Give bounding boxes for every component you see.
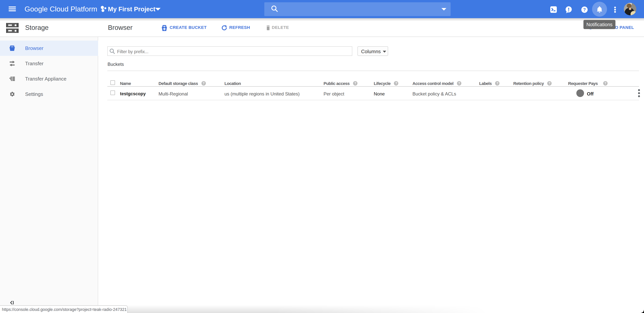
svg-text:?: ? <box>583 7 586 12</box>
